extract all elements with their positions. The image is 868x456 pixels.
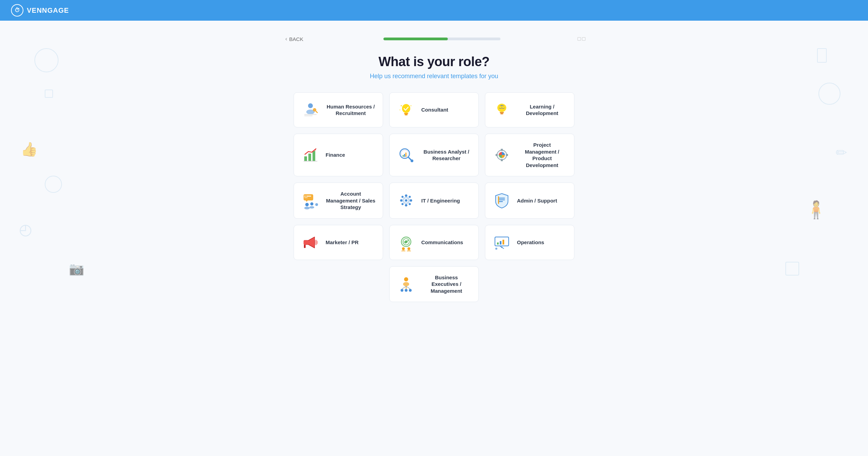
svg-point-15 (501, 105, 502, 106)
svg-point-81 (403, 282, 409, 286)
svg-rect-17 (308, 154, 311, 161)
deco-rect-3 (785, 262, 799, 276)
role-label-operations: Operations (517, 239, 544, 246)
role-card-project[interactable]: Project Management / Product Development (485, 134, 574, 176)
svg-point-43 (315, 203, 318, 206)
main-content: 👍 ◴ ✏ 🧍 📷 ‹ BACK What is your role? (0, 21, 868, 323)
back-button[interactable]: ‹ BACK (283, 34, 306, 43)
role-card-consultant[interactable]: Consultant (389, 92, 479, 127)
sales-icon (301, 191, 320, 210)
svg-point-46 (405, 195, 407, 197)
project-icon (492, 145, 511, 165)
svg-point-69 (401, 250, 405, 251)
role-card-it[interactable]: IT / Engineering (389, 183, 479, 219)
deco-pencil: ✏ (836, 145, 847, 160)
progress-fill (383, 38, 448, 40)
operations-icon (492, 233, 511, 252)
svg-rect-59 (498, 196, 499, 204)
svg-line-86 (402, 286, 406, 289)
progress-container (320, 38, 564, 40)
svg-point-80 (404, 277, 408, 281)
deco-rect-2 (817, 48, 827, 63)
role-label-it: IT / Engineering (421, 197, 460, 204)
svg-rect-35 (304, 196, 306, 197)
svg-point-85 (409, 289, 412, 292)
page-title: What is your role? (370, 54, 498, 69)
progress-track (383, 38, 500, 40)
logo-icon: ⏱ (11, 4, 23, 17)
svg-point-27 (411, 159, 413, 162)
deco-circle-2 (45, 176, 62, 193)
role-label-learning: Learning / Development (517, 103, 567, 117)
role-card-operations[interactable]: Operations (485, 225, 574, 260)
svg-line-3 (316, 111, 317, 113)
marketer-icon (301, 233, 320, 252)
deco-circle-1 (34, 48, 59, 72)
executives-icon (396, 274, 416, 294)
role-card-communications[interactable]: Communications (389, 225, 479, 260)
svg-rect-24 (404, 154, 405, 157)
svg-rect-31 (496, 154, 498, 156)
svg-rect-14 (500, 113, 503, 114)
svg-point-51 (409, 196, 411, 198)
svg-point-68 (402, 247, 405, 250)
title-section: What is your role? Help us recommend rel… (370, 54, 498, 80)
svg-rect-58 (499, 201, 503, 202)
role-card-marketer[interactable]: Marketer / PR (294, 225, 383, 260)
deco-person: 🧍 (805, 200, 827, 220)
svg-point-40 (304, 207, 310, 209)
it-icon (396, 191, 416, 210)
role-card-learning[interactable]: Learning / Development (485, 92, 574, 127)
role-label-communications: Communications (421, 239, 463, 246)
svg-point-53 (409, 203, 411, 205)
svg-rect-74 (497, 242, 499, 245)
svg-point-71 (407, 250, 411, 251)
svg-point-42 (309, 206, 314, 209)
role-card-executives[interactable]: Business Executives / Management (389, 266, 479, 302)
svg-rect-32 (506, 154, 508, 156)
logo: ⏱ VENNGAGE (11, 4, 69, 17)
svg-point-50 (402, 196, 404, 198)
admin-icon (492, 191, 511, 210)
svg-line-87 (406, 286, 410, 289)
svg-rect-16 (304, 156, 307, 161)
finance-icon (301, 145, 320, 165)
role-card-admin[interactable]: Admin / Support (485, 183, 574, 219)
svg-point-79 (495, 248, 497, 250)
svg-rect-75 (500, 241, 501, 245)
svg-rect-76 (502, 240, 504, 245)
svg-point-64 (317, 241, 318, 244)
svg-rect-5 (304, 115, 313, 116)
svg-rect-23 (403, 155, 404, 157)
svg-rect-29 (501, 149, 503, 151)
learning-icon (492, 100, 511, 120)
svg-rect-37 (304, 197, 308, 198)
hr-icon (301, 100, 320, 120)
svg-point-6 (402, 104, 410, 113)
svg-point-84 (405, 289, 407, 292)
role-card-finance[interactable]: Finance (294, 134, 383, 176)
back-label: BACK (289, 36, 303, 42)
deco-rect-1 (45, 90, 53, 98)
svg-point-52 (402, 203, 404, 205)
svg-point-83 (401, 289, 403, 292)
role-label-finance: Finance (326, 152, 345, 158)
svg-point-39 (305, 203, 309, 206)
role-label-sales: Account Management / Sales Strategy (326, 190, 376, 211)
nav-squares (578, 37, 585, 41)
svg-point-0 (308, 103, 313, 108)
svg-point-47 (405, 204, 407, 207)
svg-rect-25 (405, 153, 406, 157)
svg-rect-13 (500, 112, 504, 113)
role-card-sales[interactable]: Account Management / Sales Strategy (294, 183, 383, 219)
svg-rect-30 (501, 159, 503, 161)
svg-rect-18 (313, 151, 315, 161)
role-card-analyst[interactable]: Business Analyst / Researcher (389, 134, 479, 176)
role-card-human-resources[interactable]: Human Resources / Recruitment (294, 92, 383, 127)
svg-rect-8 (405, 114, 407, 115)
svg-rect-36 (306, 196, 311, 197)
role-label-consultant: Consultant (421, 106, 448, 113)
svg-rect-57 (499, 199, 505, 200)
role-label-project: Project Management / Product Development (517, 142, 567, 168)
svg-rect-7 (404, 113, 408, 114)
